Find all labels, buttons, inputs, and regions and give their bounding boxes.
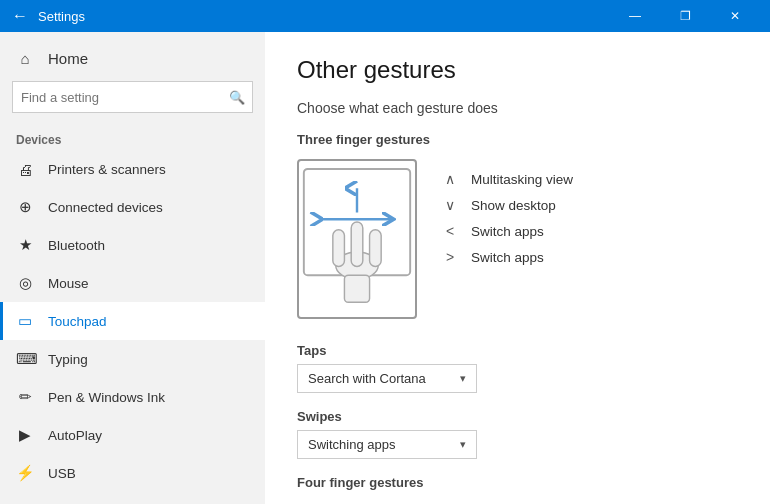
sidebar-item-usb[interactable]: ⚡ USB	[0, 454, 265, 492]
taps-label: Taps	[297, 343, 738, 358]
sidebar-item-mouse[interactable]: ◎ Mouse	[0, 264, 265, 302]
gesture-option-1: ∨ Show desktop	[441, 197, 573, 213]
content-area: Other gestures Choose what each gesture …	[265, 32, 770, 504]
sidebar-label-printers: Printers & scanners	[48, 162, 166, 177]
swipes-dropdown[interactable]: Switching apps ▾	[297, 430, 477, 459]
printers-icon: 🖨	[16, 161, 34, 178]
sidebar-label-usb: USB	[48, 466, 76, 481]
three-finger-heading: Three finger gestures	[297, 132, 738, 147]
sidebar-item-touchpad[interactable]: ▭ Touchpad	[0, 302, 265, 340]
swipes-label: Swipes	[297, 409, 738, 424]
sidebar-label-bluetooth: Bluetooth	[48, 238, 105, 253]
gesture-label-0: Multitasking view	[471, 172, 573, 187]
mouse-icon: ◎	[16, 274, 34, 292]
gesture-label-2: Switch apps	[471, 224, 544, 239]
close-button[interactable]: ✕	[712, 0, 758, 32]
sidebar-item-typing[interactable]: ⌨ Typing	[0, 340, 265, 378]
svg-rect-6	[351, 222, 363, 266]
gesture-arrow-0: ∧	[441, 171, 459, 187]
gesture-arrow-2: <	[441, 223, 459, 239]
sidebar-label-connected: Connected devices	[48, 200, 163, 215]
gesture-arrow-3: >	[441, 249, 459, 265]
page-title: Other gestures	[297, 56, 738, 84]
gesture-option-0: ∧ Multitasking view	[441, 171, 573, 187]
title-bar: ← Settings — ❐ ✕	[0, 0, 770, 32]
maximize-button[interactable]: ❐	[662, 0, 708, 32]
gesture-option-3: > Switch apps	[441, 249, 573, 265]
page-subtitle: Choose what each gesture does	[297, 100, 738, 116]
svg-rect-7	[370, 230, 382, 267]
sidebar-label-typing: Typing	[48, 352, 88, 367]
sidebar-section-devices: Devices	[0, 125, 265, 151]
gesture-illustration	[297, 159, 417, 319]
taps-dropdown-chevron: ▾	[460, 372, 466, 385]
sidebar-item-bluetooth[interactable]: ★ Bluetooth	[0, 226, 265, 264]
connected-icon: ⊕	[16, 198, 34, 216]
home-icon: ⌂	[16, 50, 34, 67]
taps-dropdown-value: Search with Cortana	[308, 371, 426, 386]
search-input[interactable]	[12, 81, 253, 113]
gesture-arrow-1: ∨	[441, 197, 459, 213]
window-controls: — ❐ ✕	[612, 0, 758, 32]
typing-icon: ⌨	[16, 350, 34, 368]
touchpad-icon: ▭	[16, 312, 34, 330]
svg-rect-5	[333, 230, 345, 267]
gesture-label-3: Switch apps	[471, 250, 544, 265]
back-button[interactable]: ←	[12, 7, 28, 25]
gesture-option-2: < Switch apps	[441, 223, 573, 239]
usb-icon: ⚡	[16, 464, 34, 482]
autoplay-icon: ▶	[16, 426, 34, 444]
swipes-dropdown-value: Switching apps	[308, 437, 395, 452]
search-box: 🔍	[12, 81, 253, 113]
title-bar-title: Settings	[38, 9, 612, 24]
sidebar-item-autoplay[interactable]: ▶ AutoPlay	[0, 416, 265, 454]
sidebar-label-mouse: Mouse	[48, 276, 89, 291]
svg-rect-8	[344, 275, 369, 302]
gesture-options: ∧ Multitasking view ∨ Show desktop < Swi…	[441, 159, 573, 265]
sidebar-label-autoplay: AutoPlay	[48, 428, 102, 443]
main-container: ⌂ Home 🔍 Devices 🖨 Printers & scanners ⊕…	[0, 32, 770, 504]
four-finger-heading: Four finger gestures	[297, 475, 738, 490]
sidebar-label-pen: Pen & Windows Ink	[48, 390, 165, 405]
bluetooth-icon: ★	[16, 236, 34, 254]
pen-icon: ✏	[16, 388, 34, 406]
swipes-dropdown-chevron: ▾	[460, 438, 466, 451]
sidebar-label-touchpad: Touchpad	[48, 314, 107, 329]
sidebar-item-home[interactable]: ⌂ Home	[0, 40, 265, 77]
home-label: Home	[48, 50, 88, 67]
gesture-label-1: Show desktop	[471, 198, 556, 213]
sidebar: ⌂ Home 🔍 Devices 🖨 Printers & scanners ⊕…	[0, 32, 265, 504]
sidebar-item-printers[interactable]: 🖨 Printers & scanners	[0, 151, 265, 188]
sidebar-item-pen[interactable]: ✏ Pen & Windows Ink	[0, 378, 265, 416]
gesture-area: ∧ Multitasking view ∨ Show desktop < Swi…	[297, 159, 738, 319]
taps-dropdown[interactable]: Search with Cortana ▾	[297, 364, 477, 393]
search-icon: 🔍	[229, 90, 245, 105]
minimize-button[interactable]: —	[612, 0, 658, 32]
sidebar-item-connected[interactable]: ⊕ Connected devices	[0, 188, 265, 226]
